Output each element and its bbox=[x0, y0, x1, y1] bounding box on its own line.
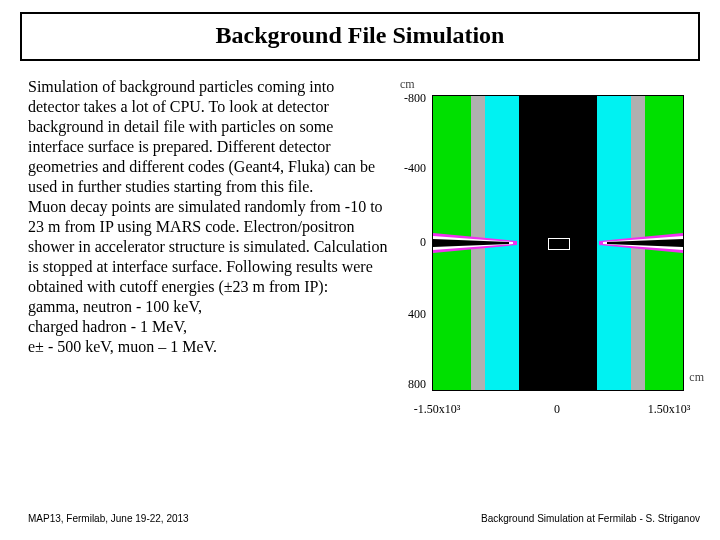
footer-right: Background Simulation at Fermilab - S. S… bbox=[481, 513, 700, 524]
y-tick: -800 bbox=[392, 91, 426, 106]
detector-plot: cm -800 -400 0 400 800 bbox=[398, 77, 698, 417]
y-tick: 0 bbox=[392, 235, 426, 250]
page-title: Background File Simulation bbox=[22, 22, 698, 49]
x-axis-unit: cm bbox=[689, 370, 704, 385]
content-row: Simulation of background particles comin… bbox=[0, 71, 720, 417]
y-tick: 800 bbox=[392, 377, 426, 392]
y-tick: 400 bbox=[392, 307, 426, 322]
x-tick: 0 bbox=[522, 402, 592, 417]
footer-left: MAP13, Fermilab, June 19-22, 2013 bbox=[28, 513, 189, 524]
title-box: Background File Simulation bbox=[20, 12, 700, 61]
y-axis-unit: cm bbox=[400, 77, 415, 92]
footer: MAP13, Fermilab, June 19-22, 2013 Backgr… bbox=[28, 513, 700, 524]
beam-cone-left bbox=[433, 233, 517, 253]
plot-area bbox=[432, 95, 684, 391]
paragraph: Simulation of background particles comin… bbox=[28, 77, 388, 357]
beamline-band bbox=[433, 233, 683, 253]
beam-cone-right bbox=[599, 233, 683, 253]
description-text: Simulation of background particles comin… bbox=[28, 71, 388, 417]
interaction-point bbox=[548, 238, 570, 250]
figure-column: cm -800 -400 0 400 800 bbox=[388, 71, 708, 417]
x-tick: -1.50x10³ bbox=[402, 402, 472, 417]
x-tick: 1.50x10³ bbox=[634, 402, 704, 417]
y-tick: -400 bbox=[392, 161, 426, 176]
